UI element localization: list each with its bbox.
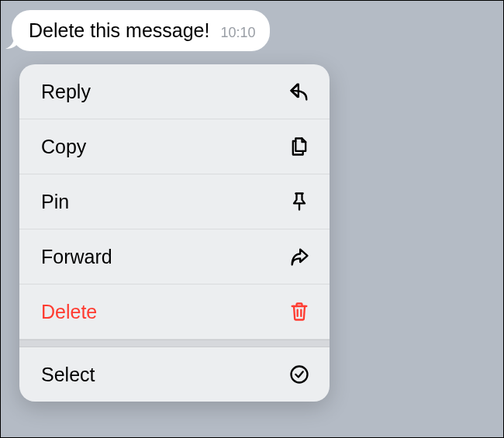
copy-icon bbox=[288, 135, 311, 158]
menu-label-copy: Copy bbox=[41, 136, 86, 158]
check-circle-icon bbox=[288, 363, 311, 386]
context-menu: Reply Copy Pin Forward Delete bbox=[19, 64, 330, 402]
forward-icon bbox=[288, 245, 311, 268]
message-bubble[interactable]: Delete this message! 10:10 bbox=[12, 10, 270, 51]
menu-label-forward: Forward bbox=[41, 246, 112, 268]
menu-separator bbox=[19, 340, 330, 347]
menu-item-forward[interactable]: Forward bbox=[19, 229, 330, 285]
menu-item-reply[interactable]: Reply bbox=[19, 64, 330, 119]
menu-label-delete: Delete bbox=[41, 301, 97, 323]
svg-point-3 bbox=[292, 367, 308, 383]
message-text: Delete this message! bbox=[29, 19, 209, 42]
trash-icon bbox=[288, 300, 311, 323]
menu-label-select: Select bbox=[41, 364, 95, 386]
menu-item-delete[interactable]: Delete bbox=[19, 285, 330, 340]
menu-item-select[interactable]: Select bbox=[19, 347, 330, 402]
message-time: 10:10 bbox=[220, 25, 255, 41]
menu-item-copy[interactable]: Copy bbox=[19, 119, 330, 174]
reply-icon bbox=[288, 80, 311, 103]
pin-icon bbox=[288, 190, 311, 213]
menu-label-reply: Reply bbox=[41, 81, 91, 103]
menu-label-pin: Pin bbox=[41, 191, 69, 213]
menu-item-pin[interactable]: Pin bbox=[19, 174, 330, 229]
